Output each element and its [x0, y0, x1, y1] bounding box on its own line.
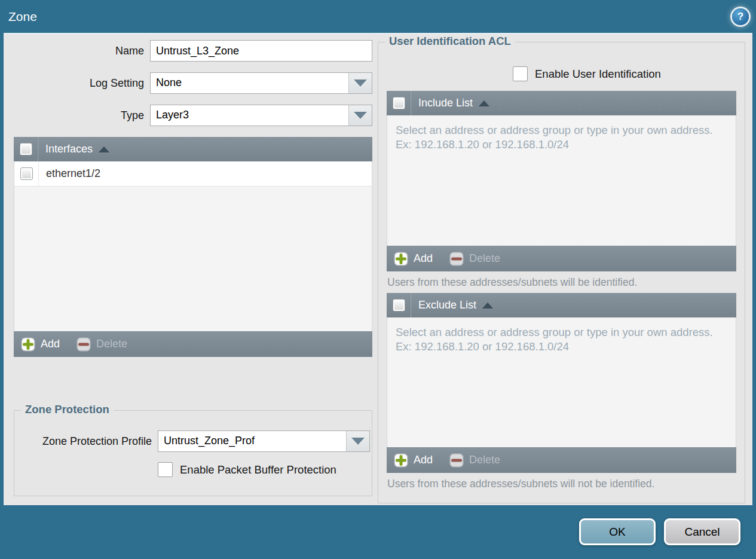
interfaces-select-all-checkbox[interactable]	[20, 143, 32, 155]
include-select-all-checkbox[interactable]	[393, 97, 405, 109]
include-add-button[interactable]: Add	[394, 252, 433, 266]
exclude-add-button[interactable]: Add	[394, 453, 433, 468]
sort-ascending-icon	[479, 100, 489, 106]
include-list-note: Users from these addresses/subnets will …	[387, 276, 736, 289]
interfaces-grid-header[interactable]: Interfaces	[14, 137, 372, 161]
add-icon	[21, 337, 35, 352]
include-list-header[interactable]: Include List	[387, 91, 736, 115]
exclude-list-note: Users from these addresses/subnets will …	[387, 478, 736, 490]
exclude-list-header[interactable]: Exclude List	[387, 293, 736, 317]
include-delete-button[interactable]: Delete	[449, 252, 500, 266]
exclude-list-column-header[interactable]: Exclude List	[411, 299, 493, 311]
enable-user-identification-checkbox[interactable]	[513, 66, 528, 81]
dialog-titlebar: Zone ?	[0, 0, 756, 33]
zone-protection-section: Zone Protection Zone Protection Profile …	[14, 410, 372, 496]
delete-label: Delete	[96, 338, 127, 350]
dialog-title: Zone	[8, 10, 37, 24]
cancel-button[interactable]: Cancel	[664, 518, 740, 545]
interfaces-grid: Interfaces ethernet1/2	[14, 137, 372, 357]
packet-buffer-protection-checkbox[interactable]	[158, 462, 173, 477]
row-checkbox[interactable]	[20, 167, 33, 180]
zone-protection-profile-dropdown-button[interactable]	[346, 431, 369, 451]
left-column: Name Log Setting None Type Layer3	[7, 40, 372, 505]
log-setting-dropdown-button[interactable]	[348, 73, 372, 93]
interfaces-column-header-label: Interfaces	[45, 143, 93, 155]
dialog-body: Name Log Setting None Type Layer3	[4, 33, 752, 505]
packet-buffer-protection-label: Enable Packet Buffer Protection	[180, 463, 336, 476]
delete-label: Delete	[469, 454, 500, 466]
add-label: Add	[41, 338, 60, 350]
zone-protection-profile-label: Zone Protection Profile	[14, 430, 158, 452]
interfaces-column-header[interactable]: Interfaces	[38, 143, 109, 155]
dialog-footer: OK Cancel	[0, 505, 756, 559]
interfaces-grid-body: ethernet1/2	[14, 161, 372, 331]
packet-buffer-protection-row: Enable Packet Buffer Protection	[158, 462, 372, 477]
exclude-select-all-cell	[387, 293, 411, 317]
delete-icon	[449, 252, 464, 266]
include-list-grid: Include List Select an address or addres…	[387, 91, 736, 271]
chevron-down-icon	[354, 112, 367, 119]
log-setting-label: Log Setting	[14, 72, 150, 94]
exclude-list-placeholder: Select an address or address group or ty…	[387, 317, 736, 362]
zone-protection-profile-row: Zone Protection Profile Untrust_Zone_Pro…	[14, 430, 372, 452]
interface-name: ethernet1/2	[39, 167, 100, 180]
exclude-delete-button[interactable]: Delete	[449, 453, 500, 468]
help-icon-glyph: ?	[737, 11, 743, 23]
include-list-column-header[interactable]: Include List	[411, 97, 489, 109]
name-input[interactable]	[150, 40, 372, 62]
zone-protection-legend: Zone Protection	[21, 403, 114, 416]
interfaces-select-all-cell	[14, 137, 38, 161]
type-field-row: Type Layer3	[14, 105, 372, 126]
zone-dialog: { "dialog": { "title": "Zone" }, "icons"…	[0, 0, 756, 559]
enable-user-identification-row: Enable User Identification	[513, 66, 736, 81]
sort-ascending-icon	[482, 303, 493, 308]
exclude-list-column-header-label: Exclude List	[418, 299, 476, 311]
include-select-all-cell	[387, 91, 411, 115]
add-icon	[394, 252, 408, 266]
type-label: Type	[14, 105, 150, 126]
add-icon	[394, 453, 408, 468]
enable-user-identification-label: Enable User Identification	[535, 68, 661, 81]
type-dropdown-button[interactable]	[348, 105, 372, 126]
chevron-down-icon	[351, 438, 365, 445]
row-checkbox-cell	[14, 161, 39, 186]
delete-icon	[449, 453, 464, 468]
include-list-footer: Add Delete	[387, 246, 736, 271]
name-field-row: Name	[14, 40, 372, 62]
exclude-select-all-checkbox[interactable]	[393, 299, 405, 311]
help-icon[interactable]: ?	[732, 8, 749, 25]
log-setting-field-row: Log Setting None	[14, 72, 372, 94]
name-label: Name	[14, 40, 150, 62]
delete-label: Delete	[469, 252, 500, 265]
log-setting-select[interactable]: None	[150, 72, 372, 94]
add-label: Add	[414, 454, 433, 466]
include-list-column-header-label: Include List	[418, 97, 473, 109]
user-identification-acl-legend: User Identification ACL	[385, 35, 515, 48]
zone-protection-profile-select[interactable]: Untrust_Zone_Prof	[158, 430, 370, 452]
sort-ascending-icon	[99, 146, 109, 152]
zone-protection-profile-value: Untrust_Zone_Prof	[158, 431, 346, 451]
user-identification-acl-section: User Identification ACL Enable User Iden…	[378, 42, 745, 503]
include-list-placeholder: Select an address or address group or ty…	[387, 115, 736, 160]
chevron-down-icon	[354, 80, 367, 87]
type-select[interactable]: Layer3	[150, 105, 372, 126]
exclude-list-body[interactable]: Select an address or address group or ty…	[387, 317, 736, 447]
add-interface-button[interactable]: Add	[21, 337, 60, 352]
delete-interface-button[interactable]: Delete	[76, 337, 127, 352]
interfaces-grid-footer: Add Delete	[14, 331, 372, 357]
add-label: Add	[414, 252, 433, 265]
exclude-list-footer: Add Delete	[387, 447, 736, 473]
type-value: Layer3	[151, 105, 348, 126]
table-row[interactable]: ethernet1/2	[14, 161, 372, 187]
ok-button[interactable]: OK	[579, 518, 656, 545]
delete-icon	[76, 337, 91, 352]
include-list-body[interactable]: Select an address or address group or ty…	[387, 115, 736, 246]
log-setting-value: None	[151, 73, 348, 93]
exclude-list-grid: Exclude List Select an address or addres…	[387, 293, 736, 473]
